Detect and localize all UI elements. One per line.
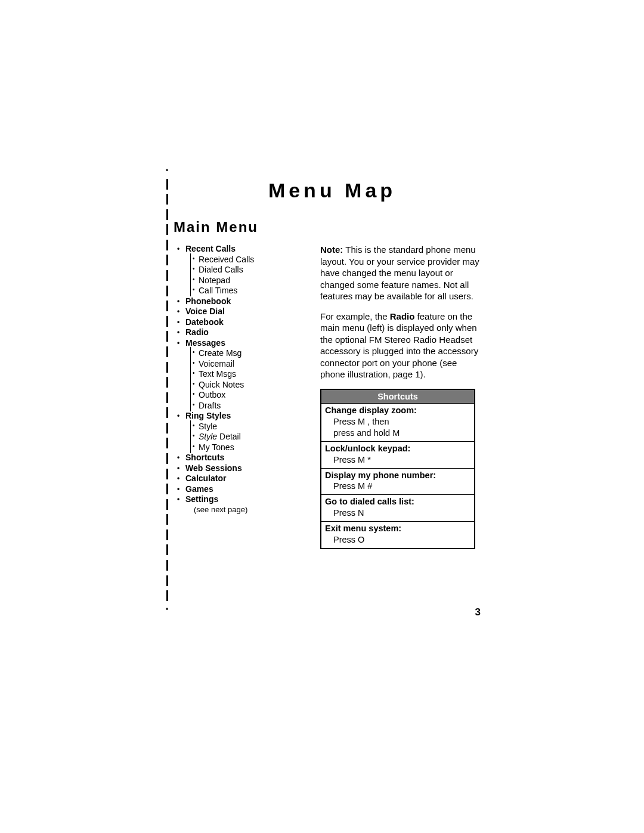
shortcut-instruction: Press M * bbox=[325, 454, 470, 466]
submenu-item: Text Msgs bbox=[185, 369, 302, 380]
menu-item: Games bbox=[177, 484, 302, 495]
submenu-item: Dialed Calls bbox=[185, 265, 302, 275]
shortcut-instruction: press and hold M bbox=[325, 428, 470, 439]
shortcut-title: Go to dialed calls list: bbox=[325, 496, 470, 507]
submenu-item: Outbox bbox=[185, 390, 302, 401]
shortcut-row: Change display zoom:Press M , thenpress … bbox=[321, 404, 474, 442]
shortcut-instruction: Press M # bbox=[325, 481, 470, 492]
radio-feature-name: Radio bbox=[390, 311, 415, 321]
menu-item: Shortcuts bbox=[177, 453, 302, 463]
menu-item: Calculator bbox=[177, 473, 302, 484]
submenu-item: Voicemail bbox=[185, 359, 302, 370]
page-title: Menu Map bbox=[177, 179, 487, 202]
shortcut-title: Exit menu system: bbox=[325, 523, 470, 534]
menu-item: Settings bbox=[177, 494, 302, 505]
menu-item: Recent Calls bbox=[177, 244, 302, 255]
note-label: Note: bbox=[320, 244, 343, 255]
menu-item: Datebook bbox=[177, 317, 302, 328]
shortcut-instruction: Press M , then bbox=[325, 416, 470, 428]
shortcut-row: Lock/unlock keypad:Press M * bbox=[321, 442, 474, 469]
shortcut-instruction: Press O bbox=[325, 534, 470, 546]
example-paragraph: For example, the Radio feature on the ma… bbox=[320, 311, 481, 380]
menu-item: Voice Dial bbox=[177, 306, 302, 317]
menu-item: Web Sessions bbox=[177, 463, 302, 474]
submenu-item: Style bbox=[185, 422, 302, 432]
menu-tree: Recent CallsReceived CallsDialed CallsNo… bbox=[177, 244, 302, 549]
submenu-item: My Tones bbox=[185, 442, 302, 453]
shortcut-instruction: Press N bbox=[325, 507, 470, 519]
note-body: This is the standard phone menu layout. … bbox=[320, 244, 479, 301]
menu-item: Messages bbox=[177, 338, 302, 349]
shortcut-title: Display my phone number: bbox=[325, 470, 470, 481]
note-paragraph: Note: This is the standard phone menu la… bbox=[320, 244, 481, 302]
right-column: Note: This is the standard phone menu la… bbox=[320, 244, 481, 549]
menu-item: Phonebook bbox=[177, 296, 302, 307]
menu-item: Radio bbox=[177, 327, 302, 338]
submenu-item: Call Times bbox=[185, 286, 302, 296]
menu-note: (see next page) bbox=[177, 505, 302, 515]
left-dash-border: • • bbox=[165, 167, 169, 613]
submenu-item: Quick Notes bbox=[185, 380, 302, 391]
shortcut-title: Lock/unlock keypad: bbox=[325, 443, 470, 454]
shortcut-row: Go to dialed calls list:Press N bbox=[321, 495, 474, 522]
submenu-item: Received Calls bbox=[185, 255, 302, 265]
section-heading: Main Menu bbox=[174, 219, 487, 236]
submenu-item: Style Detail bbox=[185, 432, 302, 442]
shortcut-title: Change display zoom: bbox=[325, 405, 470, 416]
submenu-item: Drafts bbox=[185, 401, 302, 411]
shortcut-row: Exit menu system:Press O bbox=[321, 522, 474, 548]
shortcuts-header: Shortcuts bbox=[321, 390, 474, 404]
page: • • Menu Map Main Menu Recent CallsRecei… bbox=[0, 0, 644, 833]
menu-item: Ring Styles bbox=[177, 411, 302, 422]
page-number: 3 bbox=[475, 606, 481, 618]
shortcut-row: Display my phone number:Press M # bbox=[321, 469, 474, 496]
shortcuts-table: Shortcuts Change display zoom:Press M , … bbox=[320, 389, 475, 549]
submenu-item: Create Msg bbox=[185, 348, 302, 359]
submenu-item: Notepad bbox=[185, 275, 302, 286]
content-area: Menu Map Main Menu Recent CallsReceived … bbox=[177, 179, 487, 549]
